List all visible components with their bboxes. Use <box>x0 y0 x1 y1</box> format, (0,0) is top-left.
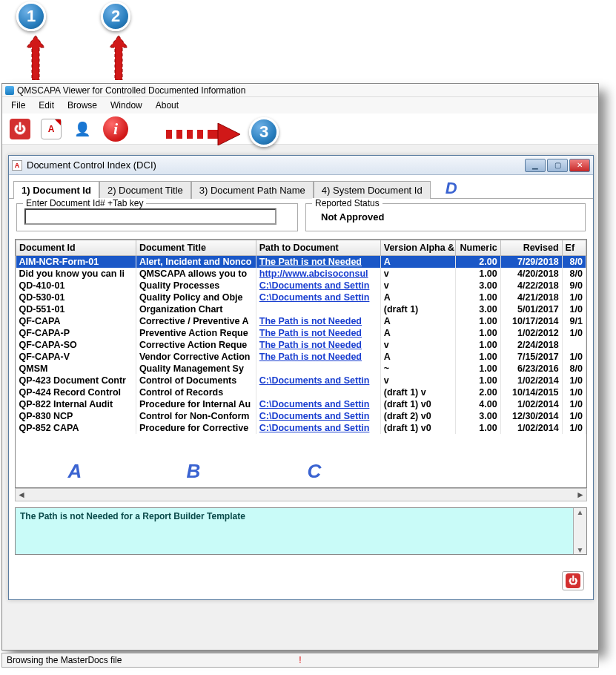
doc-id: QD-410-01 <box>16 280 136 292</box>
detail-text-area[interactable]: The Path is not Needed for a Report Buil… <box>15 507 587 555</box>
menu-browse[interactable]: Browse <box>62 99 103 112</box>
doc-version: v <box>380 280 455 292</box>
table-row[interactable]: QP-822 Internal AuditProcedure for Inter… <box>16 398 586 410</box>
reported-status-value: Not Approved <box>314 208 577 223</box>
tabs: 1) Document Id 2) Document Title 3) Docu… <box>9 180 593 199</box>
doc-eff: 9/1 <box>562 315 586 327</box>
status-bar: Browsing the MasterDocs file ! <box>1 653 599 668</box>
doc-path: The Path is not Needed <box>256 351 380 363</box>
col-path[interactable]: Path to Document <box>256 240 380 256</box>
tab-system-document-id[interactable]: 4) System Document Id <box>314 181 431 199</box>
arrow-up-1-icon <box>27 36 44 80</box>
info-icon[interactable]: i <box>103 116 128 142</box>
menu-window[interactable]: Window <box>105 99 148 112</box>
horizontal-scrollbar[interactable]: ◄ ► <box>15 488 587 501</box>
doc-numeric: 1.00 <box>455 351 500 363</box>
table-row[interactable]: QF-CAPA-PPreventive Action RequeThe Path… <box>16 327 586 339</box>
scroll-up-icon[interactable]: ▲ <box>577 508 584 516</box>
tab-document-id[interactable]: 1) Document Id <box>13 181 99 199</box>
table-row[interactable]: QP-423 Document ContrControl of Document… <box>16 375 586 386</box>
col-document-title[interactable]: Document Title <box>136 240 256 256</box>
table-row[interactable]: QD-551-01Organization Chart(draft 1)3.00… <box>16 303 586 315</box>
doc-numeric: 3.00 <box>455 410 500 422</box>
table-row[interactable]: Did you know you can liQMSCAPA allows yo… <box>16 268 586 280</box>
enter-document-id-label: Enter Document Id# +Tab key <box>23 198 146 208</box>
table-row[interactable]: QP-852 CAPAProcedure for CorrectiveC:\Do… <box>16 422 586 434</box>
doc-title: Preventive Action Reque <box>136 327 256 339</box>
doc-eff: 1/0 <box>562 327 586 339</box>
menu-bar: File Edit Browse Window About <box>2 97 598 113</box>
tab-document-title[interactable]: 2) Document Title <box>99 181 191 199</box>
col-document-id[interactable]: Document Id <box>16 240 136 256</box>
table-row[interactable]: AIM-NCR-Form-01Alert, Incident and Nonco… <box>16 256 586 269</box>
close-button[interactable]: ✕ <box>569 159 590 172</box>
detail-vertical-scrollbar[interactable]: ▲ ▼ <box>573 508 586 554</box>
col-version[interactable]: Version Alpha & <box>380 240 455 256</box>
doc-numeric: 2.00 <box>455 386 500 398</box>
table-row[interactable]: QP-424 Record ControlControl of Records(… <box>16 386 586 398</box>
document-grid[interactable]: Document Id Document Title Path to Docum… <box>15 239 587 488</box>
detail-text: The Path is not Needed for a Report Buil… <box>20 511 245 521</box>
doc-path: The Path is not Needed <box>256 315 380 327</box>
table-row[interactable]: QMSMQuality Management Sy~1.006/23/20168… <box>16 363 586 375</box>
col-numeric[interactable]: Numeric <box>455 240 500 256</box>
child-titlebar: A Document Control Index (DCI) ▁ ▢ ✕ <box>9 156 593 175</box>
col-revised[interactable]: Revised <box>500 240 562 256</box>
pdf-icon[interactable]: A <box>41 119 62 139</box>
doc-version: A <box>380 315 455 327</box>
doc-revised: 12/30/2014 <box>500 410 562 422</box>
doc-numeric: 1.00 <box>455 339 500 351</box>
document-id-input[interactable] <box>24 208 276 225</box>
doc-revised: 2/24/2018 <box>500 339 562 351</box>
doc-path: C:\Documents and Settin <box>256 422 380 434</box>
table-row[interactable]: QF-CAPA-SOCorrective Action RequeThe Pat… <box>16 339 586 351</box>
minimize-button[interactable]: ▁ <box>525 159 546 172</box>
doc-numeric: 3.00 <box>455 303 500 315</box>
grid-header-row: Document Id Document Title Path to Docum… <box>16 240 586 256</box>
doc-id: QF-CAPA-V <box>16 351 136 363</box>
doc-eff: 8/0 <box>562 268 586 280</box>
table-row[interactable]: QD-530-01Quality Policy and ObjeC:\Docum… <box>16 292 586 303</box>
table-row[interactable]: QD-410-01Quality ProcessesC:\Documents a… <box>16 280 586 292</box>
table-row[interactable]: QP-830 NCPControl for Non-ConformC:\Docu… <box>16 410 586 422</box>
menu-about[interactable]: About <box>150 99 185 112</box>
doc-title: Quality Policy and Obje <box>136 292 256 303</box>
doc-numeric: 1.00 <box>455 315 500 327</box>
doc-numeric: 2.00 <box>455 256 500 269</box>
doc-version: A <box>380 292 455 303</box>
doc-id: QP-830 NCP <box>16 410 136 422</box>
table-row[interactable]: QF-CAPACorrective / Preventive AThe Path… <box>16 315 586 327</box>
scroll-down-icon[interactable]: ▼ <box>577 546 584 554</box>
doc-id: QF-CAPA <box>16 315 136 327</box>
child-window-icon: A <box>12 160 22 171</box>
scroll-right-icon[interactable]: ► <box>574 490 586 500</box>
reported-status-group: Reported Status Not Approved <box>305 203 586 231</box>
tab-document-path[interactable]: 3) Document Path Name <box>191 181 314 199</box>
table-row[interactable]: QF-CAPA-VVendor Corrective ActionThe Pat… <box>16 351 586 363</box>
status-center-icon: ! <box>299 655 301 665</box>
letter-d-annotation: D <box>446 179 457 198</box>
doc-path: http://www.abcisoconsul <box>256 268 380 280</box>
doc-title: Procedure for Internal Au <box>136 398 256 410</box>
maximize-button[interactable]: ▢ <box>547 159 568 172</box>
doc-path <box>256 303 380 315</box>
doc-version: v <box>380 339 455 351</box>
doc-revised: 4/20/2018 <box>500 268 562 280</box>
user-icon[interactable]: 👤 <box>72 119 93 139</box>
scroll-left-icon[interactable]: ◄ <box>16 490 27 500</box>
doc-id: QF-CAPA-P <box>16 327 136 339</box>
doc-eff: 1/0 <box>562 386 586 398</box>
doc-eff: 1/0 <box>562 351 586 363</box>
doc-title: Procedure for Corrective <box>136 422 256 434</box>
doc-revised: 6/23/2016 <box>500 363 562 375</box>
col-effective[interactable]: Ef <box>562 240 586 256</box>
menu-edit[interactable]: Edit <box>33 99 60 112</box>
menu-file[interactable]: File <box>5 99 31 112</box>
status-text: Browsing the MasterDocs file <box>7 655 122 665</box>
close-panel-button[interactable]: ⏻ <box>562 571 584 590</box>
doc-path: The Path is not Needed <box>256 256 380 269</box>
power-button[interactable]: ⏻ <box>10 119 30 139</box>
toolbar: ⏻ A 👤 i <box>2 113 598 145</box>
doc-path: C:\Documents and Settin <box>256 398 380 410</box>
doc-eff: 1/0 <box>562 422 586 434</box>
